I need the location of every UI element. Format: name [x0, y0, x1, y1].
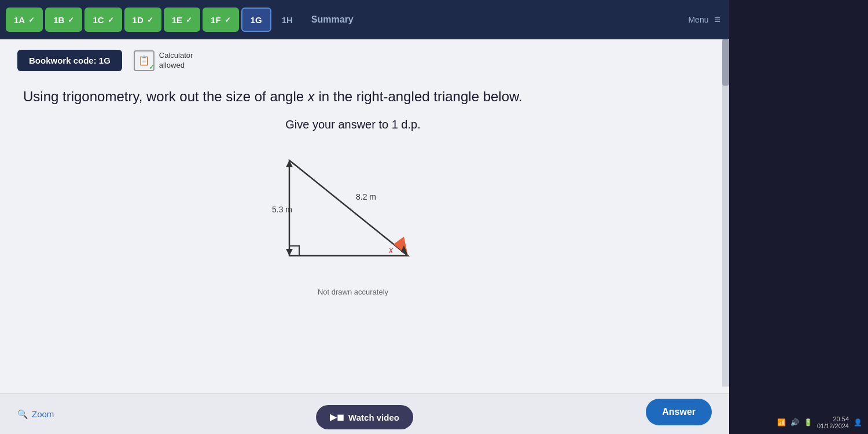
bookwork-badge: Bookwork code: 1G: [17, 50, 122, 71]
svg-marker-0: [289, 160, 408, 256]
calculator-label-line2: allowed: [159, 61, 193, 71]
top-right-menu: Menu ≡: [590, 0, 729, 39]
tray-sound-icon: 🔊: [790, 418, 799, 426]
check-icon-1C: ✓: [108, 16, 114, 24]
system-date: 01/12/2024: [817, 422, 849, 429]
hamburger-icon[interactable]: ≡: [714, 14, 720, 26]
triangle-diagram: 8.2 m 5.3 m x: [260, 149, 446, 276]
tab-1A[interactable]: 1A ✓: [6, 8, 43, 32]
tab-1H[interactable]: 1H: [274, 8, 301, 32]
calculator-info: 📋 ✓ Calculator allowed: [134, 50, 193, 71]
calculator-text: Calculator allowed: [159, 51, 193, 71]
tray-wifi-icon: 📶: [777, 418, 786, 426]
tab-summary-label: Summary: [311, 14, 354, 25]
tab-summary[interactable]: Summary: [303, 8, 362, 32]
tab-1D[interactable]: 1D ✓: [124, 8, 161, 32]
question-sub-text: Give your answer to 1 d.p.: [23, 118, 683, 131]
tab-1H-label: 1H: [282, 15, 293, 25]
watch-video-button[interactable]: ▶◼ Watch video: [316, 405, 413, 429]
not-drawn-note: Not drawn accurately: [23, 288, 683, 296]
bottom-bar: 🔍 Zoom ▶◼ Watch video Answer: [0, 393, 729, 434]
calculator-label-line1: Calculator: [159, 51, 193, 61]
tab-1B[interactable]: 1B ✓: [45, 8, 82, 32]
tab-1B-label: 1B: [53, 15, 64, 25]
zoom-icon: 🔍: [17, 409, 28, 420]
check-icon-1E: ✓: [186, 16, 192, 24]
check-icon-1B: ✓: [68, 16, 74, 24]
answer-label: Answer: [662, 407, 696, 417]
question-area: Using trigonometry, work out the size of…: [0, 75, 706, 308]
tab-1F-label: 1F: [211, 15, 221, 25]
tray-time: 20:54 01/12/2024: [817, 415, 849, 429]
system-tray: 📶 🔊 🔋 20:54 01/12/2024 👤: [729, 411, 868, 434]
watch-video-label: Watch video: [348, 413, 399, 422]
tab-1C-label: 1C: [93, 15, 104, 25]
tab-1F[interactable]: 1F ✓: [203, 8, 239, 32]
system-time: 20:54: [833, 415, 849, 422]
tab-1G-label: 1G: [251, 15, 262, 25]
calculator-icon: 📋 ✓: [134, 50, 155, 71]
answer-button[interactable]: Answer: [646, 399, 712, 425]
tray-battery-icon: 🔋: [804, 418, 812, 426]
main-content: 1A ✓ 1B ✓ 1C ✓ 1D ✓ 1E ✓ 1F ✓ 1G 1H: [0, 0, 729, 434]
video-icon: ▶◼: [330, 412, 344, 422]
zoom-label: Zoom: [32, 409, 54, 419]
tab-1E-label: 1E: [172, 15, 182, 25]
question-main-text: Using trigonometry, work out the size of…: [23, 87, 683, 106]
tab-1A-label: 1A: [14, 15, 25, 25]
svg-marker-3: [286, 249, 293, 256]
right-panel: 📶 🔊 🔋 20:54 01/12/2024 👤: [729, 0, 868, 434]
tab-1D-label: 1D: [133, 15, 144, 25]
svg-text:8.2 m: 8.2 m: [356, 192, 376, 201]
calculator-symbol: 📋: [138, 55, 150, 66]
tab-1G[interactable]: 1G: [241, 8, 271, 32]
tab-1E[interactable]: 1E ✓: [164, 8, 200, 32]
tab-1C[interactable]: 1C ✓: [84, 8, 122, 32]
calculator-check-icon: ✓: [149, 63, 155, 71]
check-icon-1F: ✓: [225, 16, 231, 24]
svg-text:5.3 m: 5.3 m: [272, 205, 292, 214]
menu-label[interactable]: Menu: [688, 15, 708, 24]
check-icon-1A: ✓: [28, 16, 35, 24]
diagram-container: 8.2 m 5.3 m x: [23, 149, 683, 276]
scrollbar[interactable]: [722, 39, 729, 387]
zoom-button[interactable]: 🔍 Zoom: [17, 409, 54, 420]
tray-user-icon: 👤: [854, 418, 862, 426]
svg-text:x: x: [388, 245, 393, 255]
check-icon-1D: ✓: [147, 16, 153, 24]
scrollbar-thumb[interactable]: [722, 39, 729, 86]
